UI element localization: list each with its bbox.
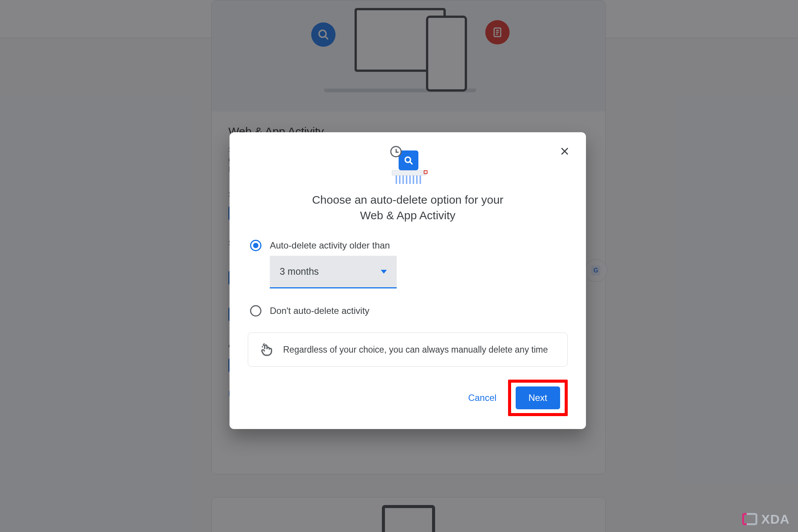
chevron-down-icon	[381, 270, 387, 274]
xda-text: XDA	[761, 512, 790, 527]
option-dont-delete[interactable]: Don't auto-delete activity	[250, 305, 565, 317]
radio-auto-delete[interactable]	[250, 240, 261, 251]
period-select[interactable]: 3 months	[270, 256, 397, 288]
cancel-button[interactable]: Cancel	[461, 387, 504, 408]
options-group: Auto-delete activity older than 3 months…	[248, 240, 568, 317]
modal-title: Choose an auto-delete option for your We…	[301, 192, 514, 223]
shredder-icon	[389, 148, 427, 183]
xda-watermark: XDA	[742, 511, 790, 527]
period-select-wrap: 3 months	[270, 256, 565, 288]
hint-box: Regardless of your choice, you can alway…	[248, 332, 568, 367]
auto-delete-modal: Choose an auto-delete option for your We…	[230, 132, 586, 429]
close-button[interactable]	[556, 143, 573, 160]
radio-dont-delete[interactable]	[250, 305, 261, 317]
modal-actions: Cancel Next	[248, 380, 568, 416]
option-auto-delete[interactable]: Auto-delete activity older than	[250, 240, 565, 251]
tap-icon	[260, 343, 273, 356]
xda-logo-icon	[742, 511, 757, 527]
hint-text: Regardless of your choice, you can alway…	[283, 345, 548, 355]
svg-line-9	[410, 162, 412, 164]
radio-dont-delete-label: Don't auto-delete activity	[270, 306, 369, 316]
next-button[interactable]: Next	[516, 386, 560, 409]
close-icon	[559, 146, 570, 157]
radio-auto-delete-label: Auto-delete activity older than	[270, 240, 390, 251]
period-select-value: 3 months	[280, 266, 319, 277]
next-button-highlight: Next	[508, 380, 568, 416]
